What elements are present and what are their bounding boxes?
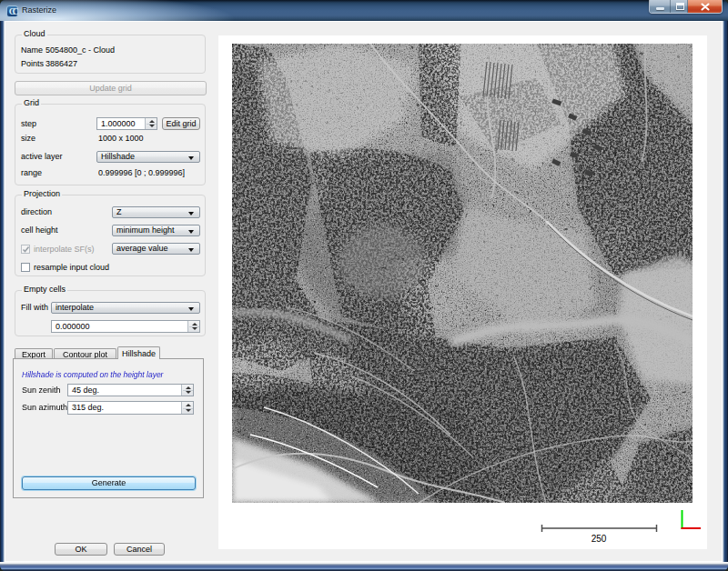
- svg-text:250: 250: [592, 534, 607, 544]
